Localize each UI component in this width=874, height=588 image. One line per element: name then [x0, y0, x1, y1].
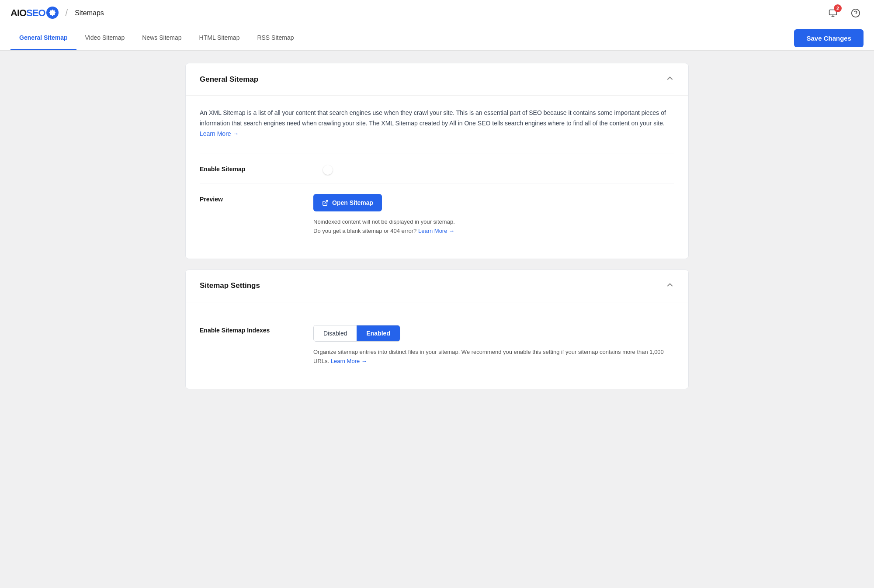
- preview-learn-more-link[interactable]: Learn More →: [418, 228, 454, 234]
- general-sitemap-card-title: General Sitemap: [200, 75, 258, 84]
- external-link-icon: [322, 200, 329, 206]
- svg-line-5: [325, 201, 328, 204]
- tab-html-sitemap[interactable]: HTML Sitemap: [191, 26, 249, 50]
- logo-seo-text: SEO: [26, 7, 45, 19]
- indexes-disabled-button[interactable]: Disabled: [314, 325, 357, 341]
- logo-gear-icon: [49, 9, 56, 17]
- enable-sitemap-row: Enable Sitemap: [200, 153, 674, 183]
- breadcrumb-title: Sitemaps: [75, 9, 104, 17]
- preview-note-2: Do you get a blank sitemap or 404 error?…: [313, 227, 674, 236]
- sitemap-settings-card-header: Sitemap Settings: [186, 270, 688, 302]
- tab-video-sitemap[interactable]: Video Sitemap: [76, 26, 134, 50]
- preview-label: Preview: [200, 194, 313, 203]
- sitemap-settings-card-body: Enable Sitemap Indexes Disabled Enabled …: [186, 302, 688, 389]
- enable-sitemap-indexes-control: Disabled Enabled Organize sitemap entrie…: [313, 325, 674, 366]
- open-sitemap-button[interactable]: Open Sitemap: [313, 194, 382, 211]
- tabs-list: General Sitemap Video Sitemap News Sitem…: [10, 26, 302, 50]
- top-bar-right: 2: [825, 5, 864, 21]
- top-bar-left: AIOSEO / Sitemaps: [10, 7, 104, 19]
- sitemap-settings-card-title: Sitemap Settings: [200, 281, 260, 290]
- save-changes-button[interactable]: Save Changes: [794, 29, 864, 47]
- preview-row: Preview Open Sitemap Noindexed content w…: [200, 183, 674, 246]
- indexes-setting-description: Organize sitemap entries into distinct f…: [313, 348, 674, 366]
- logo-aio-text: AIO: [10, 7, 26, 19]
- indexes-enabled-button[interactable]: Enabled: [357, 325, 399, 341]
- breadcrumb-separator: /: [66, 8, 68, 18]
- help-button[interactable]: [848, 5, 864, 21]
- enable-sitemap-control: [313, 164, 674, 171]
- general-sitemap-description: An XML Sitemap is a list of all your con…: [200, 108, 674, 139]
- preview-notes: Noindexed content will not be displayed …: [313, 218, 674, 236]
- general-sitemap-learn-more-link[interactable]: Learn More →: [200, 130, 239, 137]
- top-bar: AIOSEO / Sitemaps 2: [0, 0, 874, 26]
- general-sitemap-card: General Sitemap An XML Sitemap is a list…: [185, 63, 689, 259]
- collapse-general-sitemap-icon[interactable]: [666, 74, 674, 85]
- collapse-sitemap-settings-icon[interactable]: [666, 280, 674, 291]
- sitemap-indexes-btn-group: Disabled Enabled: [313, 325, 400, 342]
- logo-icon: [46, 7, 59, 19]
- preview-note-2-text: Do you get a blank sitemap or 404 error?: [313, 228, 416, 234]
- notification-badge: 2: [834, 4, 842, 12]
- enable-sitemap-indexes-row: Enable Sitemap Indexes Disabled Enabled …: [200, 315, 674, 377]
- general-sitemap-card-header: General Sitemap: [186, 63, 688, 96]
- tab-rss-sitemap[interactable]: RSS Sitemap: [248, 26, 302, 50]
- sitemap-settings-card: Sitemap Settings Enable Sitemap Indexes …: [185, 270, 689, 389]
- help-icon: [851, 8, 860, 18]
- notifications-button[interactable]: 2: [825, 5, 841, 21]
- general-sitemap-card-body: An XML Sitemap is a list of all your con…: [186, 96, 688, 259]
- preview-control: Open Sitemap Noindexed content will not …: [313, 194, 674, 236]
- tab-news-sitemap[interactable]: News Sitemap: [133, 26, 190, 50]
- open-sitemap-button-label: Open Sitemap: [332, 199, 373, 206]
- general-sitemap-description-text: An XML Sitemap is a list of all your con…: [200, 109, 666, 127]
- enable-sitemap-indexes-label: Enable Sitemap Indexes: [200, 325, 313, 334]
- main-content: General Sitemap An XML Sitemap is a list…: [175, 51, 699, 412]
- tabs-bar: General Sitemap Video Sitemap News Sitem…: [0, 26, 874, 51]
- indexes-learn-more-link[interactable]: Learn More →: [331, 358, 367, 364]
- preview-note-1: Noindexed content will not be displayed …: [313, 218, 674, 227]
- logo: AIOSEO: [10, 7, 59, 19]
- enable-sitemap-label: Enable Sitemap: [200, 164, 313, 173]
- tab-general-sitemap[interactable]: General Sitemap: [10, 26, 76, 50]
